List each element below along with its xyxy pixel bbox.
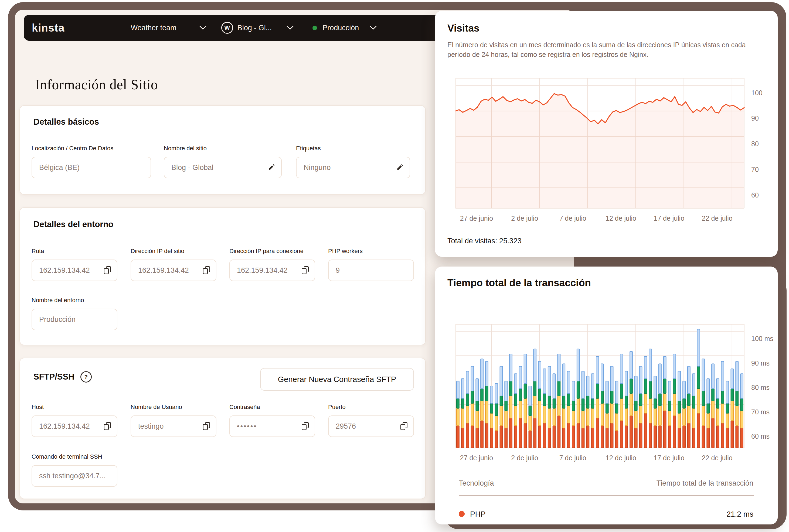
field-value: Bélgica (BE)	[39, 164, 80, 172]
svg-text:100: 100	[751, 89, 763, 97]
path-field[interactable]: 162.159.134.42	[32, 260, 117, 281]
field-value: 162.159.134.42	[237, 266, 288, 274]
connection-ip-field[interactable]: 162.159.134.42	[229, 260, 315, 281]
environment-details-panel: Detalles del entorno Ruta 162.159.134.42…	[19, 207, 426, 345]
visits-card-description: El número de visitas en un mes determina…	[447, 40, 767, 59]
svg-text:90: 90	[751, 114, 759, 122]
location-field[interactable]: Bélgica (BE)	[32, 157, 151, 178]
help-icon[interactable]: ?	[80, 371, 92, 382]
visits-line-chart: 1009080706027 de junio2 de julio7 de jul…	[455, 78, 776, 226]
environment-status-dot	[313, 26, 317, 30]
svg-text:70: 70	[751, 166, 759, 173]
tags-field[interactable]: Ninguno	[296, 157, 410, 178]
total-visits-text: Total de visitas: 25.323	[447, 237, 522, 245]
svg-text:22 de julio: 22 de julio	[702, 454, 733, 461]
field-label: Comando de terminal SSH	[32, 453, 117, 460]
svg-text:17 de julio: 17 de julio	[654, 454, 684, 461]
field-label: Host	[32, 404, 117, 411]
php-row-value: 21.2 ms	[727, 510, 753, 518]
environment-name-field[interactable]: Producción	[32, 309, 117, 330]
field-value: Blog - Global	[171, 164, 213, 172]
field-label: Ruta	[32, 248, 117, 255]
username-field[interactable]: testingo	[131, 416, 217, 437]
field-value: ssh testingo@34.7...	[39, 472, 106, 480]
php-workers-field[interactable]: 9	[328, 260, 414, 281]
visits-card-title: Visitas	[447, 23, 480, 34]
svg-text:70 ms: 70 ms	[751, 408, 770, 416]
kinsta-logo: kinsta	[32, 22, 65, 34]
field-label: Nombre del entorno	[32, 297, 117, 304]
svg-text:2 de julio: 2 de julio	[511, 454, 538, 461]
php-legend-dot	[459, 511, 465, 517]
php-row-label[interactable]: PHP	[470, 510, 486, 518]
svg-text:7 de julio: 7 de julio	[559, 214, 586, 222]
field-label: Contraseña	[229, 404, 315, 411]
field-value: testingo	[138, 422, 164, 431]
svg-text:12 de julio: 12 de julio	[605, 454, 636, 461]
svg-text:60: 60	[751, 191, 759, 199]
transaction-bar-chart: 100 ms90 ms80 ms70 ms60 ms27 de junio2 d…	[455, 324, 776, 466]
section-title: SFTP/SSH?	[34, 371, 92, 382]
section-title: Detalles del entorno	[34, 220, 113, 229]
copy-icon[interactable]	[104, 422, 111, 430]
field-label: PHP workers	[328, 248, 414, 255]
svg-text:17 de julio: 17 de julio	[654, 214, 684, 222]
field-label: Etiquetas	[296, 145, 410, 152]
environment-name: Producción	[322, 24, 359, 32]
visits-card: Visitas El número de visitas en un mes d…	[435, 11, 778, 257]
table-header-technology: Tecnología	[459, 479, 494, 488]
svg-text:12 de julio: 12 de julio	[605, 214, 636, 222]
generate-sftp-password-button[interactable]: Generar Nueva Contraseña SFTP	[260, 368, 414, 391]
copy-icon[interactable]	[203, 422, 210, 430]
copy-icon[interactable]	[203, 266, 210, 274]
field-label: Nombre de Usuario	[131, 404, 217, 411]
field-value: ••••••	[237, 422, 257, 431]
password-field[interactable]: ••••••	[229, 416, 315, 437]
table-divider	[459, 495, 754, 496]
chevron-down-icon	[370, 26, 377, 30]
field-value: 9	[336, 266, 340, 274]
pencil-icon[interactable]	[396, 164, 404, 171]
field-value: 162.159.134.42	[138, 266, 189, 274]
field-label: Dirección IP para conexione	[229, 248, 315, 255]
field-label: Puerto	[328, 404, 414, 411]
page-title: Información del Sitio	[35, 77, 158, 93]
site-name: Blog - Gl...	[238, 24, 272, 32]
copy-icon[interactable]	[302, 422, 309, 430]
pencil-icon[interactable]	[268, 164, 275, 171]
host-field[interactable]: 162.159.134.42	[32, 416, 117, 437]
sftp-ssh-panel: SFTP/SSH? Generar Nueva Contraseña SFTP …	[19, 358, 426, 499]
field-label: Localización / Centro De Datos	[32, 145, 151, 152]
site-name-field[interactable]: Blog - Global	[164, 157, 282, 178]
svg-text:7 de julio: 7 de julio	[559, 454, 586, 461]
svg-text:27 de junio: 27 de junio	[460, 214, 493, 222]
site-ip-field[interactable]: 162.159.134.42	[131, 260, 217, 281]
svg-text:80: 80	[751, 140, 759, 148]
field-value: 162.159.134.42	[39, 266, 90, 274]
transaction-card-title: Tiempo total de la transacción	[447, 277, 591, 289]
copy-icon[interactable]	[302, 266, 309, 274]
section-title-text: SFTP/SSH	[34, 372, 74, 382]
field-value: Producción	[39, 316, 76, 324]
svg-text:100 ms: 100 ms	[751, 335, 773, 342]
field-label: Dirección IP del sitio	[131, 248, 217, 255]
transaction-card: Tiempo total de la transacción 100 ms90 …	[435, 267, 778, 525]
svg-text:60 ms: 60 ms	[751, 433, 770, 440]
basic-details-panel: Detalles básicos Localización / Centro D…	[19, 105, 426, 195]
svg-text:22 de julio: 22 de julio	[702, 214, 733, 222]
svg-text:80 ms: 80 ms	[751, 384, 770, 391]
copy-icon[interactable]	[400, 422, 408, 430]
ssh-command-field[interactable]: ssh testingo@34.7...	[32, 465, 117, 487]
chevron-down-icon	[286, 26, 294, 30]
site-selector[interactable]: W Blog - Gl...	[221, 22, 294, 34]
section-title: Detalles básicos	[34, 117, 99, 127]
environment-selector[interactable]: Producción	[313, 24, 377, 32]
svg-text:27 de junio: 27 de junio	[460, 454, 493, 461]
wordpress-icon: W	[221, 22, 233, 34]
team-name: Weather team	[131, 24, 176, 32]
copy-icon[interactable]	[104, 266, 111, 274]
port-field[interactable]: 29576	[328, 416, 414, 437]
svg-text:90 ms: 90 ms	[751, 359, 770, 367]
team-selector[interactable]: Weather team	[131, 24, 206, 32]
field-label: Nombre del sitio	[164, 145, 282, 152]
